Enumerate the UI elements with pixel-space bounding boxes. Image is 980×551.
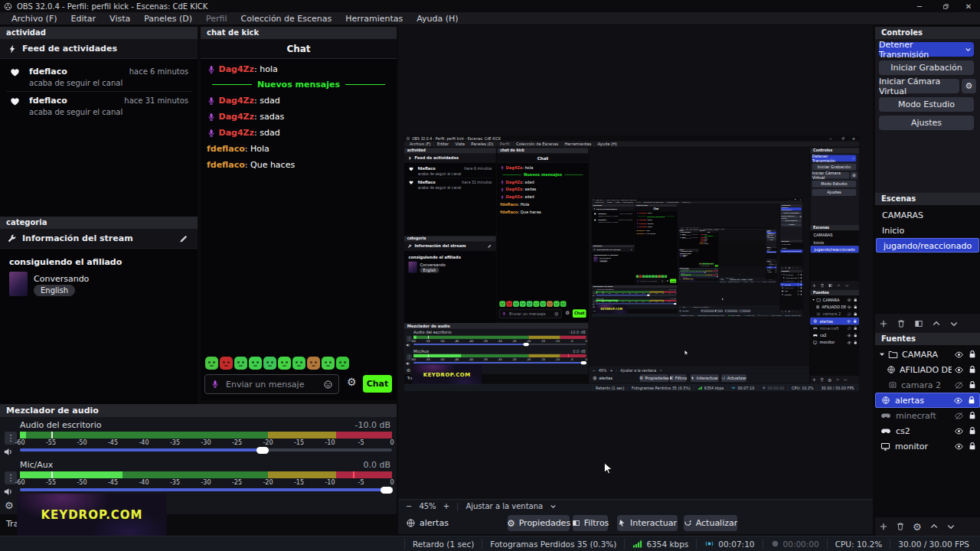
tall-blob-emote-icon[interactable] [292,357,305,370]
menu-paneles[interactable]: Paneles (D) [137,12,199,25]
settings-button[interactable]: Ajustes [879,116,974,130]
lock-icon[interactable] [968,350,977,359]
menu-editar[interactable]: Editar [64,12,103,25]
event-time: hace 6 minutos [129,67,188,76]
visibility-eye-slash-icon[interactable] [954,411,964,421]
chevron-down-icon[interactable] [550,503,557,510]
interact-button[interactable]: Interactuar [617,515,678,531]
category-name: Conversando [34,274,89,284]
speaker-mute-icon[interactable] [3,446,15,458]
stream-info-body: consiguiendo el afiliado Conversando Eng… [0,249,198,404]
caret-expanded-icon[interactable] [878,350,886,358]
mouse-cursor [603,462,612,475]
chevron-down-icon[interactable] [965,46,972,53]
lock-icon[interactable] [968,411,977,420]
source-row-cs2[interactable]: cs2 [875,423,980,439]
start-recording-button[interactable]: Iniciar Grabación [879,60,974,75]
emoji-picker-icon[interactable] [323,380,333,390]
wink-blob-emote-icon[interactable] [322,357,335,370]
visibility-eye-icon[interactable] [954,365,964,375]
language-badge: English [34,285,75,296]
move-source-up-icon[interactable] [929,522,939,531]
lock-icon[interactable] [968,380,977,390]
keydrop-overlay-window[interactable]: KEYDROP.COM [17,494,167,536]
mixer-channel-desktop-audio: Audio del escritorio -10.0 dB ⋮ -60-55-5… [0,420,397,460]
studio-mode-button[interactable]: Modo Estudio [879,97,974,112]
source-row-camara-2[interactable]: camara 2 [875,377,980,393]
menu-vista[interactable]: Vista [103,12,137,25]
visibility-eye-icon[interactable] [954,426,964,436]
activity-dock-header[interactable]: actividad [0,27,198,39]
remove-scene-icon[interactable] [897,319,906,328]
preview-capture[interactable]: OBS 32.0.4 - Perfil: perfil kick - Escen… [404,135,859,391]
lock-icon[interactable] [967,396,976,405]
visibility-eye-slash-icon[interactable] [954,380,964,390]
smile-blob-emote-icon[interactable] [278,357,291,370]
obs-logo-icon [4,2,12,11]
source-row-alertas[interactable]: alertas [875,393,980,408]
source-row-minecraft[interactable]: minecraft [875,408,980,423]
controls-dock-header[interactable]: Controles [875,27,980,39]
speaker-mute-icon[interactable] [3,486,15,497]
lock-icon[interactable] [968,426,977,435]
menu-perfil[interactable]: Perfil [199,12,234,25]
mixer-advanced-gear-icon[interactable]: ⚙ [5,500,14,511]
halo-blob-emote-icon[interactable] [205,357,218,370]
menu-archivo[interactable]: Archivo (F) [5,12,64,25]
chat-dock-header[interactable]: chat de kick [201,27,397,39]
source-properties-gear-icon[interactable]: ⚙ [913,521,922,533]
source-row-monitor[interactable]: monitor [875,439,980,454]
stop-streaming-button[interactable]: Detener Transmisión [879,42,974,57]
source-row-camara-group[interactable]: CAMARA [875,347,980,362]
virtual-camera-settings-gear-icon[interactable]: ⚙ [962,79,976,93]
properties-button[interactable]: ⚙Propiedades [508,515,570,531]
remove-source-icon[interactable] [896,522,905,531]
mixer-dock-header[interactable]: Mezclador de audio [0,404,397,417]
sources-dock-header[interactable]: Fuentes [875,333,980,345]
hearteyes-blob-emote-icon[interactable] [336,357,349,370]
chat-message-input[interactable]: Enviar un mensaje [204,374,339,394]
scene-item-jugando-reaccionado[interactable]: jugando/reaccionado [876,238,979,253]
scenes-dock-header[interactable]: Escenas [875,193,980,205]
angry-red-emote-icon[interactable] [220,357,233,370]
visibility-eye-icon[interactable] [954,350,964,360]
scene-filters-icon[interactable] [914,319,923,328]
edit-pencil-icon[interactable] [179,234,188,243]
menu-ayuda[interactable]: Ayuda (H) [410,12,465,25]
lock-icon[interactable] [968,442,977,451]
add-scene-icon[interactable] [879,319,888,328]
move-scene-down-icon[interactable] [949,319,959,328]
restore-button[interactable] [936,0,956,12]
zoom-out-button[interactable]: − [406,502,412,510]
scene-item-inicio[interactable]: Inicio [875,223,980,238]
add-source-icon[interactable] [879,522,888,531]
scene-item-camaras[interactable]: CAMARAS [875,208,980,223]
category-dock-header[interactable]: categoria [0,217,198,229]
stream-delay-status: Retardo (1 sec) [404,539,482,549]
chat-settings-gear-icon[interactable]: ⚙ [347,376,357,388]
move-scene-up-icon[interactable] [932,319,941,328]
event-time: hace 31 minutos [124,96,188,105]
menu-coleccion-escenas[interactable]: Colección de Escenas [234,12,339,25]
menu-herramientas[interactable]: Herramientas [338,12,410,25]
volume-slider-handle[interactable] [256,447,269,454]
hood-blob-emote-icon[interactable] [263,357,276,370]
visibility-eye-icon[interactable] [953,396,963,406]
filters-button[interactable]: Filtros [573,515,608,531]
grin-blob-emote-icon[interactable] [249,357,262,370]
refresh-button[interactable]: Actualizar [684,515,737,531]
fit-to-window-label[interactable]: Ajustar a la ventana [466,502,543,510]
visibility-eye-icon[interactable] [954,442,964,452]
move-source-down-icon[interactable] [946,522,956,531]
chat-send-button[interactable]: Chat [363,375,392,393]
masked-blob-emote-icon[interactable] [234,357,247,370]
monkey-emote-icon[interactable] [307,357,320,370]
source-row-afiliado[interactable]: AFILIADO DE KEYI [875,362,980,377]
folder-group-icon [888,350,898,360]
lock-icon[interactable] [968,365,977,374]
zoom-in-button[interactable]: + [443,502,449,510]
start-virtual-camera-button[interactable]: Iniciar Cámara Virtual [879,79,959,93]
minimize-button[interactable]: − [910,0,929,12]
volume-slider-handle[interactable] [381,487,393,494]
close-button[interactable]: ✕ [959,0,978,12]
